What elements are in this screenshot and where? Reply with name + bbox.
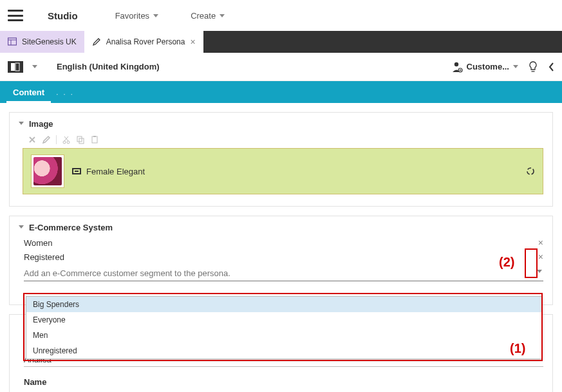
copy-icon[interactable] (76, 135, 85, 144)
chevron-down-icon[interactable] (32, 65, 37, 68)
dropdown-option[interactable]: Everyone (26, 312, 541, 328)
lightbulb-icon[interactable] (527, 61, 539, 73)
segment-list: Women × Registered × (24, 238, 543, 262)
pencil-icon (92, 37, 101, 46)
menu-create[interactable]: Create (191, 11, 225, 21)
chevron-down-icon (220, 14, 225, 17)
collapse-right-icon[interactable] (548, 61, 554, 73)
tab-strip: SiteGenesis UK Analisa Rover Persona × (0, 31, 562, 53)
svg-point-5 (454, 62, 458, 66)
app-title: Studio (48, 10, 78, 21)
content-tab-bar: Content · · · (0, 81, 562, 103)
svg-rect-4 (15, 63, 19, 71)
panel-image-header[interactable]: Image (19, 119, 543, 129)
panel-ecom: E-Commerce System Women × Registered × (9, 216, 553, 305)
customer-icon (451, 61, 463, 73)
menu-favorites[interactable]: Favorites (115, 11, 158, 21)
svg-rect-3 (11, 63, 15, 71)
paste-icon[interactable] (90, 135, 99, 144)
tab-persona-label: Analisa Rover Persona (106, 37, 185, 46)
edit-icon[interactable] (42, 135, 51, 144)
close-icon[interactable]: × (190, 37, 195, 47)
tab-content[interactable]: Content (6, 84, 51, 103)
svg-point-8 (63, 141, 66, 144)
dropdown-option[interactable]: Unregistered (26, 343, 541, 359)
image-item-label-wrap: Female Elegant (72, 167, 145, 176)
tab-persona[interactable]: Analisa Rover Persona × (84, 31, 203, 53)
svg-point-14 (527, 168, 534, 174)
chevron-down-icon (513, 65, 518, 68)
columns-toggle[interactable] (8, 61, 23, 73)
thumbnail (31, 154, 64, 188)
segment-item: Registered × (24, 252, 543, 262)
segment-label: Registered (24, 252, 64, 262)
image-item-label: Female Elegant (86, 167, 145, 176)
chevron-down-icon (19, 225, 24, 230)
menu-create-label: Create (191, 11, 216, 21)
svg-rect-0 (8, 38, 17, 45)
hamburger-icon[interactable] (8, 10, 23, 21)
remove-segment-icon[interactable]: × (538, 238, 543, 248)
locale-label: English (United Kingdom) (57, 62, 160, 71)
dropdown-option[interactable]: Big Spenders (26, 297, 541, 312)
site-icon (8, 37, 17, 46)
chevron-down-icon (153, 14, 158, 17)
dropdown-option[interactable]: Men (26, 328, 541, 343)
image-toolbar (28, 135, 543, 144)
top-menu: Favorites Create (115, 11, 225, 21)
more-tabs-icon[interactable]: · · · (56, 84, 74, 103)
segment-dropdown: Big Spenders Everyone Men Unregistered (26, 296, 542, 359)
context-bar: English (United Kingdom) Custome... (0, 53, 562, 81)
chevron-down-icon[interactable] (537, 270, 542, 273)
top-bar: Studio Favorites Create (0, 0, 562, 31)
panel-ecom-header[interactable]: E-Commerce System (19, 223, 543, 232)
image-type-icon (72, 168, 81, 174)
cut-icon[interactable] (62, 135, 71, 144)
svg-rect-13 (93, 136, 96, 137)
chevron-down-icon (19, 122, 24, 127)
panel-image-title: Image (29, 119, 53, 129)
tab-sitegenesis[interactable]: SiteGenesis UK (0, 31, 84, 53)
segment-input[interactable] (24, 266, 543, 281)
tab-sitegenesis-label: SiteGenesis UK (22, 37, 77, 46)
name-field-label: Name (24, 377, 543, 387)
customer-selector[interactable]: Custome... (451, 61, 518, 73)
svg-rect-12 (92, 136, 97, 143)
segment-input-wrap (24, 266, 543, 281)
tab-content-label: Content (13, 88, 44, 97)
image-item-row[interactable]: Female Elegant (23, 148, 543, 194)
remove-segment-icon[interactable]: × (538, 252, 543, 262)
remove-icon[interactable] (28, 135, 37, 144)
svg-point-9 (67, 141, 70, 144)
segment-label: Women (24, 238, 53, 248)
loading-icon (526, 167, 535, 176)
panel-ecom-title: E-Commerce System (29, 223, 113, 232)
customer-selector-label: Custome... (467, 62, 509, 71)
separator (56, 135, 57, 144)
segment-item: Women × (24, 238, 543, 248)
menu-favorites-label: Favorites (115, 11, 149, 21)
panel-image: Image Female Elegant (9, 112, 553, 207)
